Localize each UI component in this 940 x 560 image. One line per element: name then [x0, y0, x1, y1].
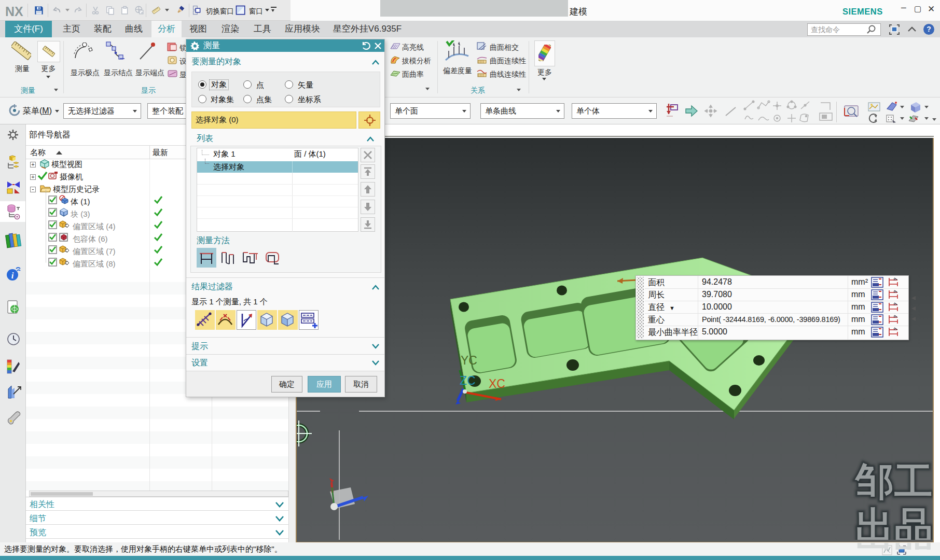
svg-text:出品: 出品	[855, 505, 933, 540]
svg-text:XC: XC	[489, 377, 505, 390]
svg-text:邹工: 邹工	[854, 460, 933, 503]
svg-text:YC: YC	[461, 354, 477, 367]
svg-text:ZC: ZC	[460, 374, 476, 387]
svg-text:x: x	[893, 277, 895, 282]
svg-text:i: i	[11, 271, 14, 281]
